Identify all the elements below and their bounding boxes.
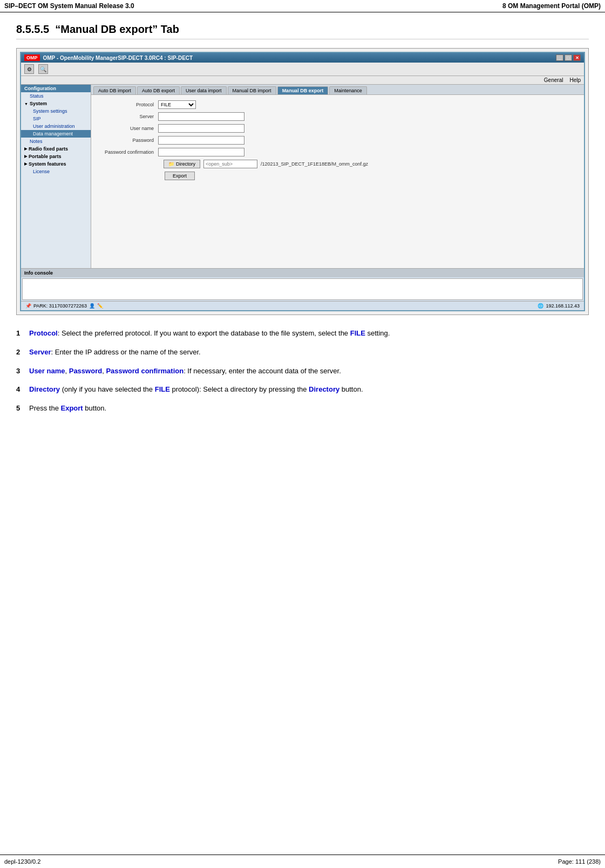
search-icon[interactable]: 🔍 xyxy=(38,64,48,74)
park-icon: 📌 xyxy=(25,303,31,309)
password-confirm-input[interactable] xyxy=(158,148,244,156)
keyword-username: User name xyxy=(29,367,65,375)
server-input[interactable] xyxy=(158,112,244,121)
list-content-5: Press the Export button. xyxy=(29,403,589,414)
sidebar-item-system-settings[interactable]: System settings xyxy=(21,107,91,115)
omp-main-area: Configuration Status System System setti… xyxy=(21,85,584,268)
list-content-3: User name, Password, Password confirmati… xyxy=(29,366,589,377)
info-console-header: Info console xyxy=(21,268,584,277)
sidebar-item-data-management[interactable]: Data management xyxy=(21,130,91,138)
close-button[interactable]: ✕ xyxy=(573,54,581,61)
folder-icon: 📁 xyxy=(168,161,174,167)
status-bar: 📌 PARK: 31170307272263 👤 ✏️ 🌐 192.168.11… xyxy=(21,301,584,310)
directory-button[interactable]: 📁 Directory xyxy=(164,160,200,168)
status-icon-1: 👤 xyxy=(89,303,95,309)
footer-right: Page: 111 (238) xyxy=(558,858,601,865)
menu-general[interactable]: General xyxy=(544,77,563,83)
omp-content-area: Auto DB import Auto DB export User data … xyxy=(91,85,584,268)
tab-maintenance[interactable]: Maintenance xyxy=(329,86,367,94)
directory-row: 📁 Directory /120213_SIP_DECT_1F1E18EB/M_… xyxy=(99,160,576,168)
list-number-4: 4 xyxy=(16,384,29,395)
keyword-directory: Directory xyxy=(29,385,60,393)
keyword-password-confirm: Password confirmation xyxy=(106,367,183,375)
highlight-file-2: FILE xyxy=(155,385,170,393)
minimize-button[interactable]: _ xyxy=(556,54,563,61)
status-icon-2: ✏️ xyxy=(97,303,103,309)
sidebar-group-system[interactable]: System xyxy=(21,100,91,107)
directory-button-label: Directory xyxy=(176,161,195,167)
omp-sidebar: Configuration Status System System setti… xyxy=(21,85,91,268)
header-right: 8 OM Management Portal (OMP) xyxy=(502,2,601,10)
list-number-2: 2 xyxy=(16,347,29,358)
settings-icon[interactable]: ⚙ xyxy=(24,64,34,74)
tab-manual-db-import[interactable]: Manual DB import xyxy=(228,86,276,94)
omp-titlebar: OMP OMP - OpenMobility ManagerSIP-DECT 3… xyxy=(21,53,584,63)
form-area: Protocol FILE FTP SFTP Server xyxy=(91,95,584,186)
password-confirm-label: Password confirmation xyxy=(99,149,158,155)
footer-left: depl-1230/0.2 xyxy=(4,858,40,865)
status-right: 🌐 192.168.112.43 xyxy=(538,303,580,309)
page-footer: depl-1230/0.2 Page: 111 (238) xyxy=(0,855,605,868)
protocol-select[interactable]: FILE FTP SFTP xyxy=(158,100,196,109)
sidebar-item-status[interactable]: Status xyxy=(21,92,91,100)
sidebar-item-sip[interactable]: SIP xyxy=(21,115,91,122)
titlebar-buttons: _ □ ✕ xyxy=(556,54,581,61)
list-number-5: 5 xyxy=(16,403,29,414)
password-row: Password xyxy=(99,136,576,145)
list-content-2: Server: Enter the IP address or the name… xyxy=(29,347,589,358)
export-button[interactable]: Export xyxy=(165,172,195,180)
keyword-directory-2: Directory xyxy=(309,385,339,393)
menu-help[interactable]: Help xyxy=(569,77,581,83)
sidebar-item-notes[interactable]: Notes xyxy=(21,138,91,145)
server-label: Server xyxy=(99,114,158,119)
tab-bar: Auto DB import Auto DB export User data … xyxy=(91,85,584,95)
park-value: PARK: 31170307272263 xyxy=(33,303,87,309)
tab-auto-db-export[interactable]: Auto DB export xyxy=(137,86,180,94)
tab-user-data-import[interactable]: User data import xyxy=(181,86,227,94)
omp-logo-icon: OMP xyxy=(24,54,40,61)
tab-auto-db-import[interactable]: Auto DB import xyxy=(93,86,136,94)
file-path: /120213_SIP_DECT_1F1E18EB/M_omm_conf.gz xyxy=(261,161,368,167)
list-content-4: Directory (only if you have selected the… xyxy=(29,384,589,395)
username-input[interactable] xyxy=(158,124,244,133)
page-header: SIP–DECT OM System Manual Release 3.0 8 … xyxy=(0,0,605,12)
sidebar-config-header: Configuration xyxy=(21,85,91,92)
network-icon: 🌐 xyxy=(538,303,543,309)
description-list: 1 Protocol: Select the preferred protoco… xyxy=(16,328,589,414)
username-label: User name xyxy=(99,126,158,131)
keyword-server: Server xyxy=(29,348,51,356)
password-input[interactable] xyxy=(158,136,244,145)
keyword-export: Export xyxy=(61,404,83,412)
username-row: User name xyxy=(99,124,576,133)
section-number: 8.5.5.5 xyxy=(16,23,49,35)
keyword-password: Password xyxy=(69,367,102,375)
open-sub-input[interactable] xyxy=(203,160,257,168)
header-left: SIP–DECT OM System Manual Release 3.0 xyxy=(4,2,134,10)
info-console-area xyxy=(22,278,583,300)
sidebar-group-portable[interactable]: Portable parts xyxy=(21,153,91,160)
keyword-protocol: Protocol xyxy=(29,329,58,337)
list-item-2: 2 Server: Enter the IP address or the na… xyxy=(16,347,589,358)
screenshot-container: OMP OMP - OpenMobility ManagerSIP-DECT 3… xyxy=(16,48,589,315)
list-item-1: 1 Protocol: Select the preferred protoco… xyxy=(16,328,589,339)
maximize-button[interactable]: □ xyxy=(565,54,572,61)
omp-window: OMP OMP - OpenMobility ManagerSIP-DECT 3… xyxy=(20,52,585,311)
section-heading: 8.5.5.5 “Manual DB export” Tab xyxy=(16,23,589,39)
omp-toolbar: ⚙ 🔍 xyxy=(21,63,584,76)
sidebar-item-user-admin[interactable]: User administration xyxy=(21,122,91,130)
sidebar-item-license[interactable]: License xyxy=(21,168,91,175)
list-item-5: 5 Press the Export button. xyxy=(16,403,589,414)
section-title: “Manual DB export” Tab xyxy=(55,23,179,35)
password-label: Password xyxy=(99,138,158,143)
protocol-select-wrapper: FILE FTP SFTP xyxy=(158,100,196,109)
server-row: Server xyxy=(99,112,576,121)
omp-window-title: OMP - OpenMobility ManagerSIP-DECT 3.0RC… xyxy=(43,55,193,61)
sidebar-group-radio[interactable]: Radio fixed parts xyxy=(21,145,91,153)
protocol-row: Protocol FILE FTP SFTP xyxy=(99,100,576,109)
list-content-1: Protocol: Select the preferred protocol.… xyxy=(29,328,589,339)
sidebar-group-system-features[interactable]: System features xyxy=(21,160,91,168)
tab-manual-db-export[interactable]: Manual DB export xyxy=(277,86,329,94)
list-number-3: 3 xyxy=(16,366,29,377)
omp-menu-bar: General Help xyxy=(21,76,584,85)
doc-content: 1 Protocol: Select the preferred protoco… xyxy=(16,328,589,414)
